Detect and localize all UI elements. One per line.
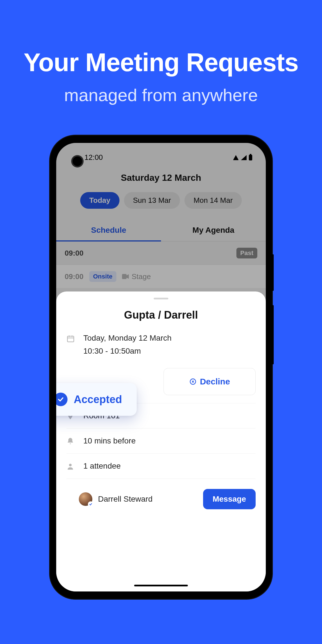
android-nav-pill[interactable]: [134, 585, 188, 586]
calendar-icon: [66, 334, 76, 343]
meeting-detail-sheet: Gupta / Darrell Today, Monday 12 March 1…: [56, 291, 266, 591]
meeting-time: 10:30 - 10:50am: [83, 347, 256, 356]
attendee-item: Darrell Steward Message: [56, 487, 266, 509]
svg-rect-1: [68, 336, 74, 342]
phone-frame: 12:00 Saturday 12 March Today Sun 13 Mar…: [50, 136, 272, 599]
meeting-title: Gupta / Darrell: [56, 309, 266, 321]
reminder-row[interactable]: 10 mins before: [56, 436, 266, 445]
attendee-name: Darrell Steward: [98, 495, 153, 504]
meeting-date-row: Today, Monday 12 March 10:30 - 10:50am: [56, 334, 266, 356]
avatar-check-badge: [88, 501, 93, 507]
check-circle-icon: [56, 393, 68, 406]
promo-subtitle: managed from anywhere: [0, 85, 322, 105]
bell-icon: [66, 437, 76, 445]
promo-headline: Your Meeting Requests managed from anywh…: [0, 48, 322, 105]
person-icon: [66, 462, 76, 470]
svg-point-8: [69, 464, 71, 466]
decline-button[interactable]: Decline: [164, 368, 256, 395]
meeting-date: Today, Monday 12 March: [83, 334, 256, 343]
decline-label: Decline: [200, 377, 230, 386]
message-label: Message: [213, 495, 246, 503]
camera-hole: [73, 156, 82, 166]
phone-screen: 12:00 Saturday 12 March Today Sun 13 Mar…: [56, 143, 266, 591]
attendees-row[interactable]: 1 attendee: [56, 462, 266, 471]
sheet-grabber[interactable]: [154, 298, 168, 299]
phone-side-button: [272, 305, 274, 364]
promo-title: Your Meeting Requests: [0, 48, 322, 77]
divider: [66, 478, 256, 479]
reminder-text: 10 mins before: [83, 436, 256, 445]
x-circle-icon: [189, 378, 197, 385]
attendees-text: 1 attendee: [83, 462, 256, 471]
accepted-button[interactable]: Accepted: [56, 383, 137, 416]
attendee-info[interactable]: Darrell Steward: [79, 492, 153, 506]
divider: [66, 453, 256, 454]
message-button[interactable]: Message: [203, 489, 256, 509]
avatar: [79, 492, 92, 506]
accepted-label: Accepted: [74, 393, 122, 406]
phone-side-button: [272, 254, 274, 291]
divider: [66, 428, 256, 428]
